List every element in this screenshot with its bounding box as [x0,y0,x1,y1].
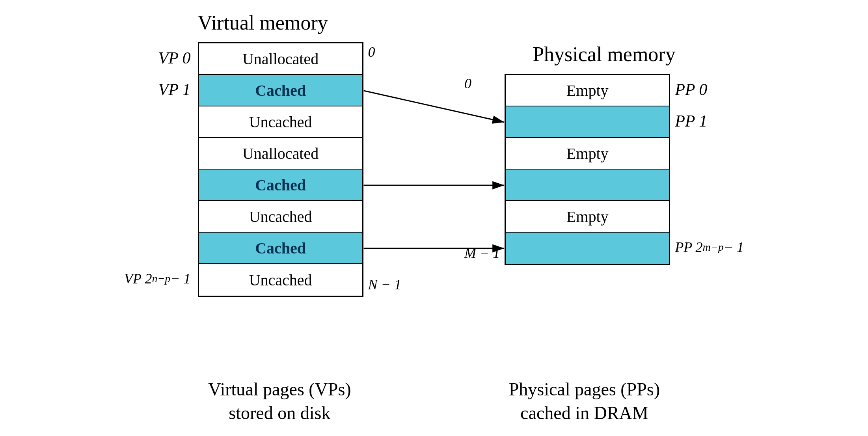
pm-row-cached-1 [506,106,669,138]
vm-row-cached-1: Cached [199,75,362,106]
vm-label-empty2 [124,137,191,168]
pm-label-empty3 [675,200,744,231]
vm-table: Unallocated Cached Uncached Unallocated … [198,42,363,297]
pm-label-pp0: PP 0 [675,74,744,105]
vm-title: Virtual memory [197,11,328,34]
bottom-vm-line2: stored on disk [229,403,330,423]
pm-table: Empty Empty Empty [505,74,670,265]
vm-label-empty4 [124,200,191,231]
bottom-caption-pm: Physical pages (PPs) cached in DRAM [509,378,660,425]
pm-title: Physical memory [533,43,676,66]
vm-row-unallocated-0: Unallocated [199,43,362,75]
pm-row-cached-3 [506,170,669,201]
vm-row-uncached-2: Uncached [199,106,362,138]
vm-index-top: 0 [368,42,401,74]
pm-index-bottom: M − 1 [464,231,500,263]
pm-label-empty2 [675,168,744,200]
vm-label-empty5 [124,231,191,263]
bottom-captions: Virtual pages (VPs) stored on disk Physi… [20,378,848,425]
vm-index-bottom: N − 1 [368,263,401,294]
vm-label-empty1 [124,105,191,137]
vm-row-unallocated-3: Unallocated [199,138,362,170]
bottom-vm-line1: Virtual pages (VPs) [208,379,351,399]
bottom-pm-line2: cached in DRAM [520,403,648,423]
diagram-container: Virtual memory VP 0 VP 1 VP 2n−p − 1 Una… [20,11,848,425]
pm-left-labels: 0 M − 1 [464,74,505,263]
vm-row-uncached-7: Uncached [199,264,362,296]
pm-label-pp1: PP 1 [675,105,744,137]
pm-row-empty-2: Empty [506,138,669,170]
vm-label-vp1: VP 1 [124,74,191,105]
pm-table-wrapper: 0 M − 1 Empty Empty Empty [464,74,744,265]
vm-left-labels: VP 0 VP 1 VP 2n−p − 1 [124,42,198,294]
pm-label-empty1 [675,137,744,168]
bottom-pm-line1: Physical pages (PPs) [509,379,660,399]
virtual-memory-section: Virtual memory VP 0 VP 1 VP 2n−p − 1 Una… [124,11,401,297]
vm-row-cached-4: Cached [199,170,362,201]
pm-row-empty-0: Empty [506,75,669,106]
pm-label-pp2mp1: PP 2m−p − 1 [675,231,744,263]
bottom-caption-vm: Virtual pages (VPs) stored on disk [208,378,351,425]
vm-row-cached-6: Cached [199,233,362,264]
pm-right-labels: PP 0 PP 1 PP 2m−p − 1 [670,74,744,263]
vm-right-labels: 0 N − 1 [363,42,401,294]
vm-table-wrapper: VP 0 VP 1 VP 2n−p − 1 Unallocated Cached… [124,42,401,297]
pm-row-empty-4: Empty [506,201,669,233]
pm-row-cached-5 [506,233,669,264]
main-content-row: Virtual memory VP 0 VP 1 VP 2n−p − 1 Una… [20,11,848,362]
vm-label-empty3 [124,168,191,200]
vm-label-vp0: VP 0 [124,42,191,74]
physical-memory-section: Physical memory 0 M − 1 Empty Empty [464,43,744,265]
vm-row-uncached-5: Uncached [199,201,362,233]
pm-index-top: 0 [464,74,500,105]
vm-label-vp2np1: VP 2n−p − 1 [124,263,191,294]
